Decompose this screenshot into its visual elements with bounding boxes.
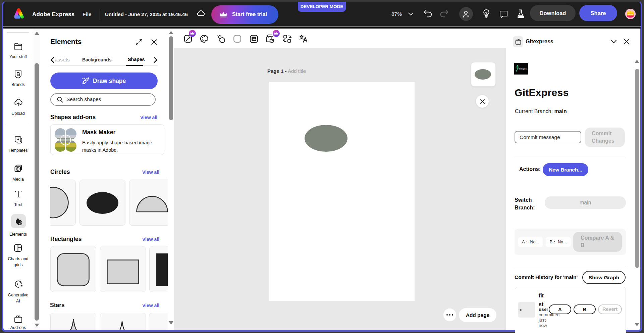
- svg-text:GitExpress: GitExpress: [519, 68, 528, 70]
